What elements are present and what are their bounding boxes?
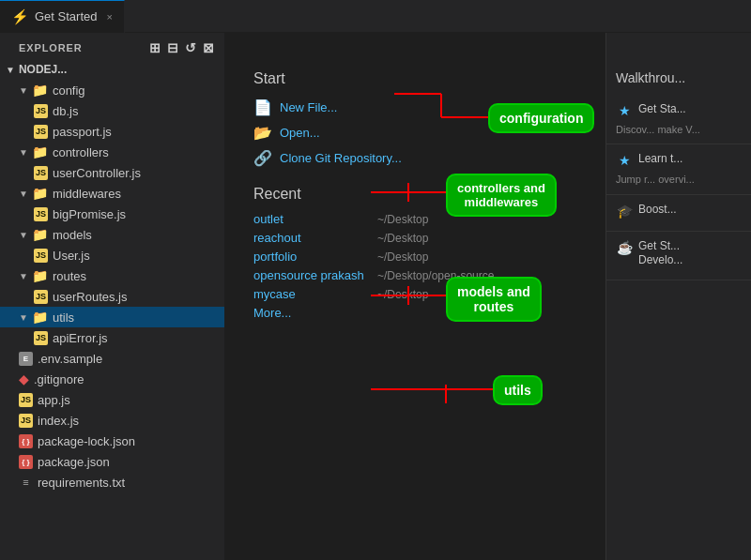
refresh-icon[interactable]: ↺	[185, 40, 197, 55]
recent-path-opensource: ~/Desktop/open-source	[377, 269, 494, 282]
wt-star-icon-1: ★	[616, 102, 633, 119]
recent-item-opensource[interactable]: opensource prakash ~/Desktop/open-source	[253, 268, 577, 282]
sidebar-header-icons: ⊞ ⊟ ↺ ⊠	[149, 40, 215, 55]
recent-item-mycase[interactable]: mycase ~/Desktop	[253, 287, 577, 301]
index-js-label: index.js	[38, 414, 79, 428]
walkthrough-item-2[interactable]: ★ Learn t... Jump r... overvi...	[606, 144, 751, 194]
recent-name-outlet: outlet	[253, 212, 366, 226]
js-icon: JS	[34, 290, 48, 304]
wt-title-3: Boost...	[638, 203, 677, 218]
new-folder-icon[interactable]: ⊟	[167, 40, 179, 55]
walkthrough-item-3[interactable]: 🎓 Boost...	[606, 195, 751, 232]
recent-path-mycase: ~/Desktop	[377, 288, 428, 301]
recent-item-reachout[interactable]: reachout ~/Desktop	[253, 231, 577, 245]
user-js-label: User.js	[53, 249, 90, 263]
sidebar-header: EXPLORER ⊞ ⊟ ↺ ⊠	[0, 33, 224, 59]
file-userroutes[interactable]: JS userRoutes.js	[0, 286, 224, 307]
recent-path-reachout: ~/Desktop	[377, 232, 428, 245]
recent-name-opensource: opensource prakash	[253, 268, 366, 282]
requirements-label: requirements.txt	[38, 476, 125, 490]
start-section: Start 📄 New File... 📂 Open... 🔗 Clone Gi…	[253, 70, 577, 167]
controllers-chevron: ▼	[19, 147, 28, 158]
content-area: Start 📄 New File... 📂 Open... 🔗 Clone Gi…	[225, 33, 605, 560]
config-chevron: ▼	[19, 85, 28, 96]
wt-title-1: Get Sta...	[638, 102, 686, 117]
controllers-label: controllers	[53, 145, 109, 159]
js-icon: JS	[34, 331, 48, 345]
more-link[interactable]: More...	[253, 306, 577, 320]
new-file-icon[interactable]: ⊞	[149, 40, 161, 55]
recent-heading: Recent	[253, 186, 577, 203]
wt-desc-2: Jump r... overvi...	[616, 173, 742, 186]
env-icon: E	[19, 352, 33, 366]
file-env-sample[interactable]: E .env.sample	[0, 348, 224, 369]
file-requirements[interactable]: ≡ requirements.txt	[0, 472, 224, 492]
json-icon-2: { }	[19, 455, 33, 469]
file-package-lock[interactable]: { } package-lock.json	[0, 431, 224, 451]
walkthrough-item-4[interactable]: ☕ Get St...Develo...	[606, 232, 751, 280]
open-link[interactable]: 📂 Open...	[253, 124, 577, 142]
tab-close-icon[interactable]: ×	[106, 11, 112, 23]
wt-header-1: ★ Get Sta...	[616, 102, 742, 119]
utils-folder-icon: 📁	[32, 310, 48, 325]
recent-item-outlet[interactable]: outlet ~/Desktop	[253, 212, 577, 226]
file-package-json[interactable]: { } package.json	[0, 451, 224, 472]
tab-get-started[interactable]: ⚡ Get Started ×	[0, 0, 125, 33]
controllers-folder-icon: 📁	[32, 144, 48, 159]
annotation-utils-lines	[371, 380, 465, 399]
collapse-icon[interactable]: ⊠	[203, 40, 215, 55]
annotation-utils: utils	[493, 375, 543, 405]
open-link-label: Open...	[280, 126, 320, 140]
sidebar-title: EXPLORER	[19, 42, 83, 53]
file-apierror[interactable]: JS apiError.js	[0, 327, 224, 348]
routes-chevron: ▼	[19, 271, 28, 281]
new-file-link-label: New File...	[280, 100, 337, 114]
userroutes-label: userRoutes.js	[53, 290, 127, 304]
file-bigpromise[interactable]: JS bigPromise.js	[0, 204, 224, 224]
file-db-js[interactable]: JS db.js	[0, 100, 224, 121]
wt-header-4: ☕ Get St...Develo...	[616, 239, 742, 268]
get-started-panel: Start 📄 New File... 📂 Open... 🔗 Clone Gi…	[225, 33, 605, 339]
js-icon: JS	[34, 125, 48, 139]
tab-label: Get Started	[35, 9, 97, 23]
folder-routes[interactable]: ▼ 📁 routes	[0, 265, 224, 286]
middlewares-folder-icon: 📁	[32, 186, 48, 201]
recent-section: Recent outlet ~/Desktop reachout ~/Deskt…	[253, 186, 577, 320]
folder-utils[interactable]: ▼ 📁 utils	[0, 307, 224, 327]
file-index-js[interactable]: JS index.js	[0, 410, 224, 431]
folder-controllers[interactable]: ▼ 📁 controllers	[0, 142, 224, 162]
wt-title-4: Get St...Develo...	[638, 239, 682, 268]
file-app-js[interactable]: JS app.js	[0, 389, 224, 410]
new-file-link-icon: 📄	[253, 98, 272, 116]
walkthrough-item-1[interactable]: ★ Get Sta... Discov... make V...	[606, 95, 751, 144]
new-file-link[interactable]: 📄 New File...	[253, 98, 577, 116]
clone-git-link[interactable]: 🔗 Clone Git Repository...	[253, 149, 577, 167]
package-json-label: package.json	[38, 455, 110, 469]
folder-config[interactable]: ▼ 📁 config	[0, 80, 224, 100]
root-name: NODEJ...	[19, 63, 67, 76]
config-label: config	[53, 83, 85, 98]
file-passport-js[interactable]: JS passport.js	[0, 121, 224, 142]
js-icon: JS	[34, 166, 48, 180]
recent-name-reachout: reachout	[253, 231, 366, 245]
utils-label: utils	[53, 310, 74, 325]
wt-title-2: Learn t...	[638, 152, 682, 167]
clone-git-icon: 🔗	[253, 149, 272, 167]
root-label[interactable]: ▼ NODEJ...	[0, 59, 224, 80]
env-sample-label: .env.sample	[38, 352, 102, 366]
json-icon: { }	[19, 434, 33, 448]
sidebar: EXPLORER ⊞ ⊟ ↺ ⊠ ▼ NODEJ... ▼ 📁 config J…	[0, 33, 225, 560]
gitignore-label: .gitignore	[34, 372, 84, 386]
recent-item-portfolio[interactable]: portfolio ~/Desktop	[253, 250, 577, 264]
file-gitignore[interactable]: ◆ .gitignore	[0, 369, 224, 389]
file-usercontroller[interactable]: JS userController.js	[0, 162, 224, 183]
models-label: models	[53, 228, 92, 242]
folder-models[interactable]: ▼ 📁 models	[0, 224, 224, 245]
recent-name-portfolio: portfolio	[253, 250, 366, 264]
routes-label: routes	[53, 269, 86, 283]
file-user-js[interactable]: JS User.js	[0, 245, 224, 265]
folder-middlewares[interactable]: ▼ 📁 middlewares	[0, 183, 224, 204]
routes-folder-icon: 📁	[32, 268, 48, 283]
usercontroller-label: userController.js	[53, 166, 141, 180]
apierror-label: apiError.js	[53, 331, 108, 345]
